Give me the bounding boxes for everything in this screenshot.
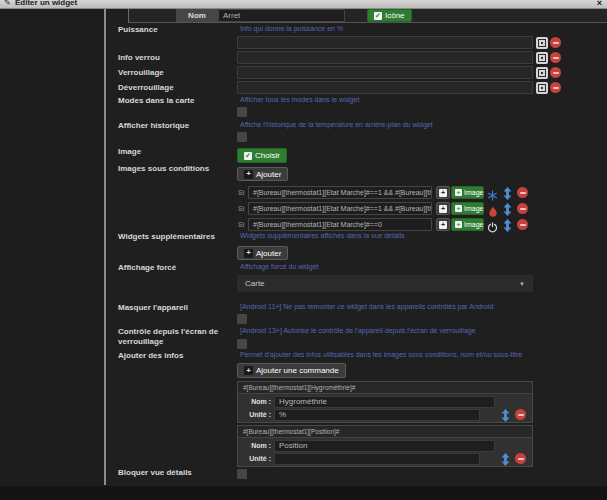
add-command-button[interactable]: + Ajouter une commande [237, 363, 346, 378]
field-label-deverrouillage: Déverrouillage [118, 83, 232, 93]
condition-expression-input[interactable]: #[Bureau][thermostat1][Etat Marche]#==1 … [248, 202, 432, 215]
si-label: Si [238, 189, 244, 196]
command-reference: #[Bureau][thermostat1][Hygrométhrie]# [238, 382, 532, 394]
controle-ecran-checkbox[interactable] [237, 339, 247, 349]
si-label: Si [238, 221, 244, 228]
field-label-bloquer-vue: Bloquer vue détails [118, 468, 232, 478]
verrouillage-picker-button[interactable] [536, 67, 548, 79]
power-icon [487, 219, 498, 230]
condition-picker-button[interactable]: + [436, 202, 450, 215]
dialog-title: Éditer un widget [15, 0, 77, 7]
square-picker-icon [538, 84, 546, 92]
command-remove-button[interactable] [515, 453, 526, 464]
minus-icon [518, 458, 524, 460]
square-picker-icon [538, 54, 546, 62]
condition-picker-button[interactable]: + [436, 186, 450, 199]
plus-icon: + [244, 249, 253, 258]
move-updown-button[interactable] [501, 452, 510, 465]
add-condition-button[interactable]: + Ajouter [237, 167, 288, 181]
minus-icon [553, 87, 559, 89]
move-updown-button[interactable] [503, 218, 512, 231]
affichage-force-select[interactable]: Carte ▼ [237, 275, 533, 292]
move-updown-button[interactable] [501, 408, 510, 421]
condition-image-button[interactable]: + Image [451, 186, 484, 199]
plus-box-icon: + [439, 189, 447, 197]
field-label-images-sous-conditions: Images sous conditions [118, 164, 232, 174]
plus-box-icon: + [439, 221, 447, 229]
field-label-ajouter-infos: Ajouter des infos [118, 351, 232, 361]
masquer-appareil-checkbox[interactable] [237, 314, 247, 324]
command-nom-input[interactable]: Hygrométhrie [274, 396, 495, 408]
field-label-afficher-historique: Afficher historique [118, 121, 232, 131]
close-icon[interactable]: × [597, 0, 602, 8]
command-block: #[Bureau][thermostat1][Hygrométhrie]# No… [237, 381, 533, 423]
info-verrou-picker-button[interactable] [536, 52, 548, 64]
move-updown-button[interactable] [503, 186, 512, 199]
condition-expression-input[interactable]: #[Bureau][thermostat1][Etat Marche]#==0 [248, 218, 432, 231]
puissance-remove-button[interactable] [550, 37, 561, 48]
modes-carte-checkbox[interactable] [237, 107, 247, 117]
field-hint-controle-ecran: [Android 13+] Autorise le contrôle de l'… [240, 327, 476, 334]
field-label-puissance: Puissance [118, 25, 232, 35]
nom-input[interactable]: Arret [218, 9, 345, 22]
afficher-historique-checkbox[interactable] [237, 132, 247, 142]
field-hint-afficher-historique: Affiche l'historique de la température e… [240, 121, 433, 128]
field-hint-widgets-supplementaires: Widgets supplémentaires affichés dans la… [240, 232, 404, 239]
minus-icon [553, 72, 559, 74]
command-unite-input[interactable] [274, 453, 480, 465]
command-nom-input[interactable]: Position [274, 440, 495, 452]
checkbox-checked-icon: ✓ [244, 152, 252, 160]
command-remove-button[interactable] [515, 409, 526, 420]
choisir-button[interactable]: ✓ Choisir [237, 148, 287, 163]
field-label-info-verrou: Info verrou [118, 53, 232, 63]
edit-pencil-icon: ✎ [4, 0, 11, 7]
square-picker-icon [538, 69, 546, 77]
dialog-titlebar: ✎ Éditer un widget × [0, 0, 607, 9]
plus-icon: + [455, 221, 462, 228]
field-label-image: Image [118, 147, 232, 157]
condition-image-button[interactable]: + Image [451, 218, 484, 231]
nom-label: Nom : [241, 398, 271, 405]
panel-divider [104, 9, 106, 485]
plus-icon: + [244, 170, 253, 179]
condition-remove-button[interactable] [517, 203, 528, 214]
puissance-picker-button[interactable] [536, 37, 548, 49]
chevron-down-icon: ▼ [519, 281, 525, 287]
minus-icon [553, 42, 559, 44]
icone-button[interactable]: ✓ Icône [367, 9, 412, 22]
command-unite-input[interactable]: % [274, 409, 480, 421]
condition-image-button-label: Image [464, 205, 483, 212]
bloquer-vue-checkbox[interactable] [237, 469, 247, 479]
command-reference: #[Bureau][thermostat1][Position]# [238, 426, 532, 438]
affichage-force-selected-value: Carte [245, 279, 265, 288]
field-label-modes-carte: Modes dans la carte [118, 96, 232, 106]
deverrouillage-remove-button[interactable] [550, 82, 561, 93]
move-updown-button[interactable] [503, 202, 512, 215]
verrouillage-remove-button[interactable] [550, 67, 561, 78]
plus-icon: + [455, 205, 462, 212]
add-widget-button[interactable]: + Ajouter [237, 246, 288, 260]
field-label-controle-ecran: Contrôle depuis l'écran de verrouillage [118, 327, 232, 347]
field-hint-ajouter-infos: Permet d'ajouter des infos utilisables d… [240, 351, 522, 358]
field-hint-modes-carte: Afficher tous les modes dans le widget [240, 96, 359, 103]
condition-image-button-label: Image [464, 189, 483, 196]
puissance-input[interactable] [237, 36, 533, 49]
left-gutter [0, 9, 104, 486]
condition-remove-button[interactable] [517, 219, 528, 230]
condition-remove-button[interactable] [517, 187, 528, 198]
condition-picker-button[interactable]: + [436, 218, 450, 231]
verrouillage-input[interactable] [237, 66, 533, 79]
deverrouillage-input[interactable] [237, 81, 533, 94]
plus-icon: + [244, 366, 253, 375]
info-verrou-input[interactable] [237, 51, 533, 64]
minus-icon [518, 414, 524, 416]
info-verrou-remove-button[interactable] [550, 52, 561, 63]
condition-image-button[interactable]: + Image [451, 202, 484, 215]
deverrouillage-picker-button[interactable] [536, 82, 548, 94]
condition-expression-input[interactable]: #[Bureau][thermostat1][Etat Marche]#==1 … [248, 186, 432, 199]
plus-box-icon: + [439, 205, 447, 213]
add-command-button-label: Ajouter une commande [256, 366, 339, 375]
flame-icon [488, 203, 499, 214]
plus-icon: + [455, 189, 462, 196]
field-label-affichage-force: Affichage forcé [118, 263, 232, 273]
